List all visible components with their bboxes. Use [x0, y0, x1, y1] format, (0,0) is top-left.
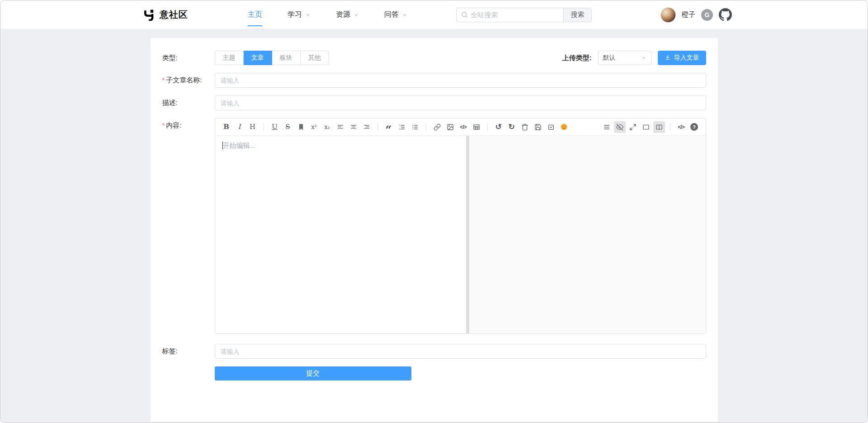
fullscreen-button[interactable]	[627, 121, 639, 133]
type-option-article[interactable]: 文章	[244, 51, 272, 65]
underline-button[interactable]: U	[269, 121, 281, 133]
nav-item-qa[interactable]: 问答	[384, 0, 407, 29]
toolbar-divider	[487, 124, 488, 131]
nav-item-learn[interactable]: 学习	[288, 0, 311, 29]
code-button[interactable]: </>	[458, 121, 469, 133]
editor-placeholder: 开始编辑...	[223, 142, 256, 149]
italic-icon: I	[238, 124, 241, 130]
strikethrough-button[interactable]: S	[282, 121, 294, 133]
ordered-list-icon: 12	[398, 124, 406, 131]
nav-item-home[interactable]: 主页	[248, 0, 262, 29]
chevron-down-icon	[402, 12, 407, 18]
trash-icon	[521, 124, 528, 131]
heading-button[interactable]: H	[247, 121, 259, 133]
editor-input-pane[interactable]: 开始编辑...	[215, 136, 466, 333]
align-center-button[interactable]	[348, 121, 359, 133]
upload-type-select[interactable]: 默认	[598, 51, 651, 65]
help-button[interactable]: ?	[689, 121, 700, 133]
description-row: 描述:	[162, 95, 706, 110]
page-background: 类型: 主题 文章 板块 其他 上传类型: 默认 导入文章	[0, 29, 868, 423]
submit-button[interactable]: 提交	[215, 366, 411, 380]
submit-row: 提交	[162, 366, 706, 380]
subscript-button[interactable]: x₂	[321, 121, 333, 133]
image-button[interactable]	[444, 121, 456, 133]
name-label: *子文章名称:	[162, 73, 215, 88]
nav-label: 资源	[336, 10, 350, 19]
content-label: *内容:	[162, 118, 215, 334]
svg-text:2: 2	[399, 127, 401, 130]
clear-button[interactable]	[519, 121, 531, 133]
tags-input[interactable]	[215, 344, 706, 359]
quote-icon: “	[386, 122, 392, 132]
type-row: 类型: 主题 文章 板块 其他 上传类型: 默认 导入文章	[162, 51, 706, 65]
image-icon	[447, 124, 454, 131]
logo-icon	[143, 9, 155, 21]
redo-button[interactable]: ↻	[506, 121, 518, 133]
bookmark-button[interactable]	[295, 121, 307, 133]
outline-button[interactable]	[601, 121, 613, 133]
type-option-other[interactable]: 其他	[301, 51, 329, 65]
help-icon: ?	[690, 123, 698, 131]
link-button[interactable]	[431, 121, 443, 133]
tags-label: 标签:	[162, 344, 215, 359]
avatar[interactable]	[660, 7, 676, 23]
emoji-icon	[560, 123, 568, 131]
search-icon	[457, 11, 471, 18]
toolbar-divider	[670, 124, 670, 131]
content-row: *内容: B I H U S x² x₂	[162, 118, 706, 334]
preview-window-icon	[642, 124, 650, 131]
align-center-icon	[350, 124, 357, 131]
emoji-button[interactable]	[558, 121, 570, 133]
import-article-button[interactable]: 导入文章	[658, 51, 706, 65]
preview-only-button[interactable]	[640, 121, 652, 133]
github-icon[interactable]	[719, 8, 732, 21]
outline-icon	[603, 124, 610, 131]
table-icon	[473, 124, 480, 131]
description-input[interactable]	[215, 95, 706, 110]
gitee-icon[interactable]: G	[701, 9, 713, 21]
split-view-button[interactable]	[653, 121, 665, 133]
source-code-button[interactable]: </>	[675, 121, 687, 133]
search-button[interactable]: 搜索	[563, 8, 591, 22]
quote-button[interactable]: “	[383, 121, 395, 133]
import-article-label: 导入文章	[674, 54, 699, 62]
nav-label: 问答	[384, 10, 399, 19]
username: 橙子	[682, 10, 695, 19]
superscript-button[interactable]: x²	[308, 121, 320, 133]
table-button[interactable]	[471, 121, 482, 133]
sub-article-name-input[interactable]	[215, 73, 706, 88]
bold-button[interactable]: B	[221, 121, 232, 133]
preview-off-button[interactable]	[614, 121, 626, 133]
download-icon	[665, 55, 671, 61]
draft-button[interactable]	[545, 121, 557, 133]
brand-name: 意社区	[160, 9, 188, 21]
toolbar-divider	[264, 124, 264, 131]
type-option-topic[interactable]: 主题	[215, 51, 244, 65]
submit-spacer	[162, 366, 215, 380]
markdown-editor: B I H U S x² x₂	[215, 118, 706, 334]
italic-button[interactable]: I	[234, 121, 245, 133]
nav-item-resources[interactable]: 资源	[336, 0, 359, 29]
upload-type-label: 上传类型:	[562, 54, 592, 62]
undo-icon: ↺	[495, 123, 501, 131]
unordered-list-button[interactable]	[409, 121, 421, 133]
align-left-button[interactable]	[335, 121, 346, 133]
bookmark-icon	[297, 124, 305, 131]
site-search: 搜索	[456, 8, 592, 22]
undo-button[interactable]: ↺	[493, 121, 505, 133]
align-right-button[interactable]	[361, 121, 373, 133]
type-option-board[interactable]: 板块	[272, 51, 301, 65]
ordered-list-button[interactable]: 12	[396, 121, 408, 133]
pane-resize-handle[interactable]	[466, 136, 469, 333]
save-button[interactable]	[532, 121, 544, 133]
split-columns-icon	[656, 124, 663, 131]
link-icon	[434, 124, 441, 131]
eye-off-icon	[616, 124, 623, 131]
align-left-icon	[337, 124, 344, 131]
underline-icon: U	[272, 124, 278, 130]
nav-label: 主页	[248, 10, 262, 19]
editor-toolbar: B I H U S x² x₂	[215, 119, 706, 136]
search-input[interactable]	[471, 8, 563, 22]
app-window: 意社区 主页 学习 资源 问答 搜索	[0, 0, 868, 423]
brand[interactable]: 意社区	[143, 9, 188, 21]
